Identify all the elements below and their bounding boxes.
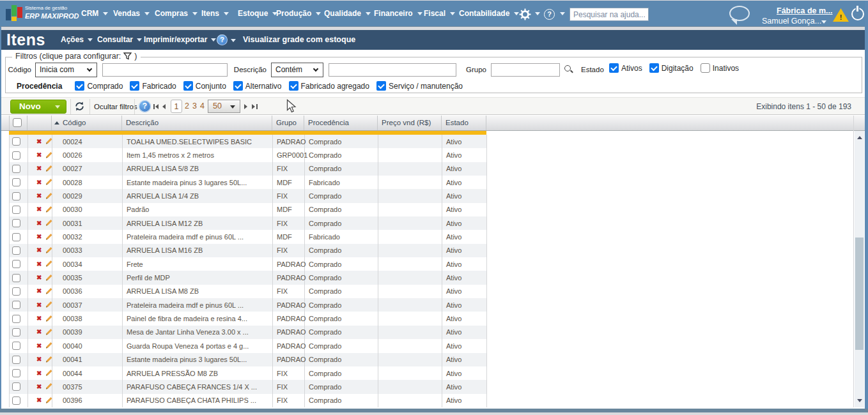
menu-contabilidade[interactable]: Contabilidade: [459, 1, 519, 27]
cell-procedencia[interactable]: Comprado: [305, 257, 378, 271]
cell-procedencia[interactable]: Comprado: [305, 162, 378, 176]
next-page-button[interactable]: [244, 104, 247, 109]
row-checkbox[interactable]: [12, 328, 20, 336]
cell-preco[interactable]: [378, 135, 442, 148]
checkbox-conjunto[interactable]: Conjunto: [183, 81, 226, 91]
cell-estado[interactable]: Ativo: [442, 366, 487, 380]
first-page-button[interactable]: [153, 104, 159, 109]
cell-procedencia[interactable]: Comprado: [305, 326, 378, 339]
delete-icon[interactable]: ✖: [36, 302, 42, 308]
checkbox-box[interactable]: [130, 81, 139, 91]
delete-icon[interactable]: ✖: [36, 220, 42, 227]
cell-grupo[interactable]: PADRAO: [273, 135, 305, 148]
module-menu-imprimir-exportar[interactable]: Imprimir/exportar: [144, 30, 216, 50]
cell-codigo[interactable]: 00037: [52, 298, 123, 312]
cell-preco[interactable]: [378, 339, 442, 352]
cell-procedencia[interactable]: Comprado: [305, 244, 378, 257]
cell-preco[interactable]: [378, 203, 442, 216]
cell-procedencia[interactable]: Comprado: [305, 312, 378, 325]
delete-icon[interactable]: ✖: [36, 247, 42, 253]
cell-estado[interactable]: Ativo: [442, 189, 487, 202]
cell-grupo[interactable]: FIX: [273, 216, 305, 230]
cell-preco[interactable]: [378, 148, 442, 162]
cell-procedencia[interactable]: Comprado: [305, 285, 378, 298]
refresh-icon[interactable]: [74, 101, 85, 114]
cell-preco[interactable]: [378, 380, 442, 393]
cell-estado[interactable]: Ativo: [442, 271, 487, 284]
delete-icon[interactable]: ✖: [36, 370, 42, 377]
cell-descricao[interactable]: ARRUELA LISA 5/8 ZB: [123, 162, 273, 176]
cell-preco[interactable]: [378, 230, 442, 243]
cell-estado[interactable]: Ativo: [442, 203, 487, 216]
row-checkbox[interactable]: [12, 369, 20, 377]
scroll-up-arrow[interactable]: [857, 136, 862, 139]
cell-procedencia[interactable]: Comprado: [305, 339, 378, 352]
checkbox-box[interactable]: [609, 63, 619, 73]
cell-estado[interactable]: Ativo: [442, 216, 487, 230]
cell-estado[interactable]: Ativo: [442, 135, 487, 148]
cell-estado[interactable]: Ativo: [442, 353, 487, 366]
cell-codigo[interactable]: 00040: [52, 339, 123, 352]
checkbox-fabricado[interactable]: Fabricado: [130, 81, 176, 91]
cell-descricao[interactable]: Frete: [123, 257, 273, 271]
page-number-3[interactable]: 3: [192, 100, 197, 113]
menu-producao[interactable]: Produção: [276, 1, 321, 27]
row-checkbox[interactable]: [12, 137, 20, 146]
cell-descricao[interactable]: TOALHA UMED.SELECTWIPES BASIC: [123, 135, 273, 148]
cell-procedencia[interactable]: Comprado: [305, 353, 378, 366]
cell-descricao[interactable]: ARRUELA PRESSÃO M8 ZB: [123, 366, 273, 380]
delete-icon[interactable]: ✖: [36, 179, 42, 186]
cell-procedencia[interactable]: Comprado: [305, 216, 378, 230]
cell-grupo[interactable]: PADRAO: [273, 298, 305, 312]
cell-estado[interactable]: Ativo: [442, 230, 487, 243]
cell-estado[interactable]: Ativo: [442, 380, 487, 393]
checkbox-box[interactable]: [75, 81, 84, 91]
menu-compras[interactable]: Compras: [155, 1, 198, 27]
warning-icon[interactable]: !: [833, 8, 849, 22]
header-col-preco[interactable]: Preço vnd (R$): [378, 116, 442, 130]
select-all-checkbox[interactable]: [13, 118, 22, 127]
cell-grupo[interactable]: PADRAO: [273, 326, 305, 339]
cell-preco[interactable]: [378, 312, 442, 325]
row-checkbox[interactable]: [12, 260, 20, 268]
help-menu-caret[interactable]: [560, 12, 565, 15]
module-help-icon[interactable]: ?: [217, 34, 228, 45]
cell-estado[interactable]: Ativo: [442, 162, 487, 176]
cell-codigo[interactable]: 00038: [52, 312, 123, 325]
row-checkbox[interactable]: [12, 301, 20, 309]
gear-icon[interactable]: [519, 8, 531, 23]
vertical-scrollbar[interactable]: [855, 131, 864, 407]
account-link[interactable]: Fábrica de m...: [777, 6, 833, 15]
descricao-filter-input[interactable]: [329, 63, 456, 77]
checkbox-inativos[interactable]: Inativos: [701, 63, 739, 73]
checkbox-digitacao[interactable]: Digitação: [649, 63, 694, 73]
cell-grupo[interactable]: FIX: [273, 244, 305, 257]
delete-icon[interactable]: ✖: [36, 315, 42, 322]
row-checkbox[interactable]: [12, 356, 20, 364]
cell-descricao[interactable]: ARRUELA LISA M16 ZB: [123, 244, 273, 257]
menu-financeiro[interactable]: Financeiro: [374, 1, 422, 27]
delete-icon[interactable]: ✖: [36, 206, 42, 213]
filters-legend[interactable]: Filtros (clique para configurar: ): [12, 52, 141, 61]
row-checkbox[interactable]: [12, 382, 20, 391]
cell-procedencia[interactable]: Comprado: [305, 380, 378, 393]
help-search-input[interactable]: [570, 8, 649, 21]
cell-preco[interactable]: [378, 366, 442, 380]
checkbox-ativos[interactable]: Ativos: [609, 63, 642, 73]
cell-procedencia[interactable]: Fabricado: [305, 176, 378, 189]
scrollbar-thumb[interactable]: [855, 238, 864, 350]
module-help-caret[interactable]: [231, 39, 236, 42]
cell-estado[interactable]: Ativo: [442, 312, 487, 325]
checkbox-alternativo[interactable]: Alternativo: [233, 81, 282, 91]
cell-descricao[interactable]: Item 1,45 metros x 2 metros: [123, 148, 273, 162]
cell-procedencia[interactable]: Comprado: [305, 203, 378, 216]
cell-procedencia[interactable]: Comprado: [305, 148, 378, 162]
prev-page-button[interactable]: [162, 104, 166, 109]
cell-codigo[interactable]: 00033: [52, 244, 123, 257]
cell-codigo[interactable]: 00026: [52, 148, 123, 162]
cell-codigo[interactable]: 00034: [52, 257, 123, 271]
cell-preco[interactable]: [378, 285, 442, 298]
cell-procedencia[interactable]: Comprado: [305, 394, 378, 407]
cell-descricao[interactable]: ARRUELA LISA 1/4 ZB: [123, 189, 273, 202]
row-checkbox[interactable]: [12, 246, 20, 255]
